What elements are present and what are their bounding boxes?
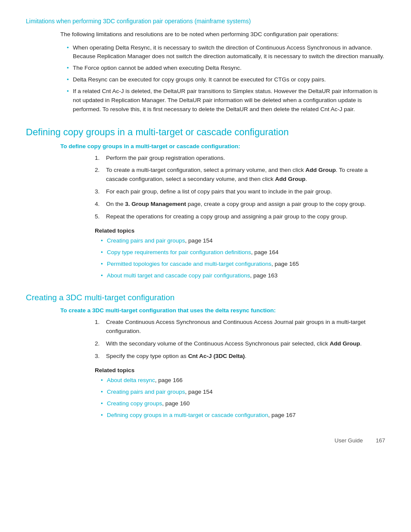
list-item: On the 3. Group Management page, create … <box>95 200 385 209</box>
list-item: Copy type requirements for pair configur… <box>101 248 385 257</box>
creating-3dc-related-links: About delta resync, page 166 Creating pa… <box>101 376 385 420</box>
list-item: Repeat the operations for creating a cop… <box>95 212 385 221</box>
list-item: Creating pairs and pair groups, page 154 <box>101 236 385 246</box>
creating-3dc-related-heading: Related topics <box>95 367 385 373</box>
defining-copy-groups-steps: Perform the pair group registration oper… <box>95 154 385 222</box>
creating-3dc-heading: Creating a 3DC multi-target configuratio… <box>26 292 385 303</box>
list-item: Defining copy groups in a multi-target o… <box>101 411 385 420</box>
list-item: Creating copy groups, page 160 <box>101 399 385 408</box>
defining-copy-groups-heading: Defining copy groups in a multi-target o… <box>26 126 385 139</box>
related-link[interactable]: Permitted topologies for cascade and mul… <box>107 261 271 267</box>
creating-3dc-section: Creating a 3DC multi-target configuratio… <box>26 292 385 420</box>
list-item: For each pair group, define a list of co… <box>95 187 385 196</box>
list-item: When operating Delta Resync, it is neces… <box>67 44 385 62</box>
list-item: Delta Resync can be executed for copy gr… <box>67 75 385 84</box>
footer-label: User Guide <box>335 437 363 444</box>
related-link[interactable]: Creating pairs and pair groups <box>107 389 185 395</box>
footer-page-number: 167 <box>376 437 385 444</box>
defining-related-links: Creating pairs and pair groups, page 154… <box>101 236 385 280</box>
defining-related-topics: Related topics Creating pairs and pair g… <box>95 227 385 280</box>
list-item: To create a multi-target configuration, … <box>95 166 385 184</box>
defining-copy-groups-subheading: To define copy groups in a multi-target … <box>60 143 385 149</box>
defining-copy-groups-section: Defining copy groups in a multi-target o… <box>26 126 385 280</box>
list-item: Create Continuous Access Synchronous and… <box>95 318 385 336</box>
related-link[interactable]: Defining copy groups in a multi-target o… <box>107 412 268 418</box>
related-link[interactable]: Copy type requirements for pair configur… <box>107 249 251 255</box>
list-item: About delta resync, page 166 <box>101 376 385 385</box>
list-item: Permitted topologies for cascade and mul… <box>101 260 385 269</box>
list-item: Creating pairs and pair groups, page 154 <box>101 388 385 397</box>
list-item: Specify the copy type option as Cnt Ac-J… <box>95 352 385 361</box>
limitations-heading: Limitations when performing 3DC configur… <box>26 17 385 26</box>
related-link[interactable]: Creating pairs and pair groups <box>107 237 185 244</box>
related-link[interactable]: Creating copy groups <box>107 400 162 407</box>
page-footer: User Guide 167 <box>26 437 385 444</box>
list-item: About multi target and cascade copy pair… <box>101 271 385 280</box>
related-link[interactable]: About multi target and cascade copy pair… <box>107 272 250 279</box>
creating-3dc-subheading: To create a 3DC multi-target configurati… <box>60 307 385 314</box>
creating-3dc-steps: Create Continuous Access Synchronous and… <box>95 318 385 361</box>
limitations-bullet-list: When operating Delta Resync, it is neces… <box>67 44 385 114</box>
list-item: If a related Cnt Ac-J is deleted, the De… <box>67 87 385 114</box>
related-link[interactable]: About delta resync <box>107 377 155 383</box>
creating-3dc-related-topics: Related topics About delta resync, page … <box>95 367 385 420</box>
defining-related-heading: Related topics <box>95 227 385 234</box>
list-item: Perform the pair group registration oper… <box>95 154 385 163</box>
limitations-section: Limitations when performing 3DC configur… <box>26 17 385 114</box>
list-item: With the secondary volume of the Continu… <box>95 339 385 348</box>
limitations-intro: The following limitations and resolution… <box>60 30 385 39</box>
list-item: The Force option cannot be added when ex… <box>67 64 385 73</box>
